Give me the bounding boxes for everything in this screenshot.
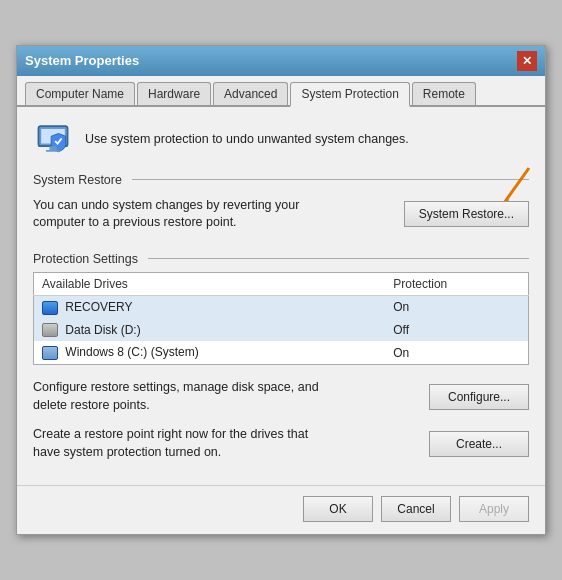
restore-btn-wrapper: System Restore... (404, 201, 529, 227)
close-button[interactable]: ✕ (517, 51, 537, 71)
configure-button[interactable]: Configure... (429, 384, 529, 410)
system-restore-box: You can undo system changes by reverting… (33, 193, 529, 236)
tab-hardware[interactable]: Hardware (137, 82, 211, 105)
drive-name-cell: Data Disk (D:) (34, 319, 386, 342)
drive-protection-cell: On (385, 341, 528, 364)
system-properties-window: System Properties ✕ Computer Name Hardwa… (16, 45, 546, 535)
configure-text: Configure restore settings, manage disk … (33, 379, 333, 414)
dialog-footer: OK Cancel Apply (17, 485, 545, 534)
drive-protection-cell: Off (385, 319, 528, 342)
col-header-drives: Available Drives (34, 272, 386, 295)
drive-protection-cell: On (385, 295, 528, 318)
system-restore-button[interactable]: System Restore... (404, 201, 529, 227)
drive-name: Windows 8 (C:) (System) (65, 345, 198, 359)
drive-icon (42, 323, 58, 337)
cancel-button[interactable]: Cancel (381, 496, 451, 522)
tab-remote[interactable]: Remote (412, 82, 476, 105)
svg-rect-4 (46, 150, 61, 152)
drive-name: RECOVERY (65, 300, 132, 314)
protection-settings-label: Protection Settings (33, 252, 529, 266)
table-row[interactable]: Windows 8 (C:) (System) On (34, 341, 529, 364)
table-row[interactable]: RECOVERY On (34, 295, 529, 318)
protection-drives-table: Available Drives Protection RECOVERY On … (33, 272, 529, 365)
col-header-protection: Protection (385, 272, 528, 295)
drive-icon (42, 301, 58, 315)
tab-bar: Computer Name Hardware Advanced System P… (17, 76, 545, 107)
drive-name-cell: RECOVERY (34, 295, 386, 318)
create-row: Create a restore point right now for the… (33, 426, 529, 461)
shield-icon (33, 119, 73, 159)
table-row[interactable]: Data Disk (D:) Off (34, 319, 529, 342)
drive-icon (42, 346, 58, 360)
drive-name-cell: Windows 8 (C:) (System) (34, 341, 386, 364)
tab-advanced[interactable]: Advanced (213, 82, 288, 105)
apply-button[interactable]: Apply (459, 496, 529, 522)
create-button[interactable]: Create... (429, 431, 529, 457)
configure-row: Configure restore settings, manage disk … (33, 379, 529, 414)
main-content: Use system protection to undo unwanted s… (17, 107, 545, 485)
title-bar: System Properties ✕ (17, 46, 545, 76)
system-restore-label: System Restore (33, 173, 529, 187)
svg-rect-3 (49, 146, 56, 150)
intro-text: Use system protection to undo unwanted s… (85, 132, 409, 146)
window-title: System Properties (25, 53, 139, 68)
system-restore-description: You can undo system changes by reverting… (33, 197, 323, 232)
ok-button[interactable]: OK (303, 496, 373, 522)
create-text: Create a restore point right now for the… (33, 426, 333, 461)
intro-row: Use system protection to undo unwanted s… (33, 119, 529, 159)
drive-name: Data Disk (D:) (65, 323, 140, 337)
tab-system-protection[interactable]: System Protection (290, 82, 409, 107)
tab-computer-name[interactable]: Computer Name (25, 82, 135, 105)
